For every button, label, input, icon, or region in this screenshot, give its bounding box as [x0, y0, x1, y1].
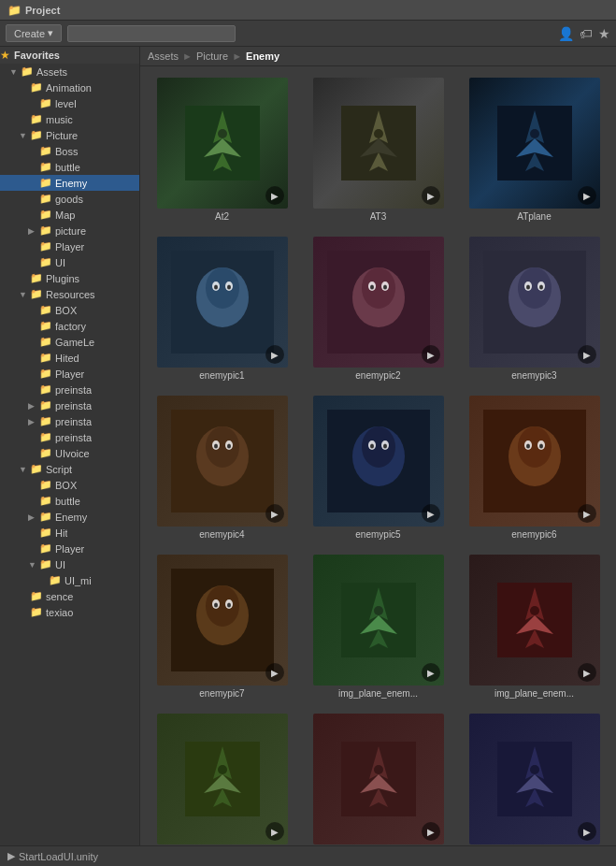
asset-item-atplane[interactable]: ▶ATplane	[460, 74, 609, 225]
breadcrumb-assets[interactable]: Assets	[148, 51, 179, 62]
asset-item-at3[interactable]: ▶AT3	[304, 74, 452, 225]
sidebar-item-player2[interactable]: 📁 Player	[0, 366, 139, 382]
asset-item-ep7[interactable]: ▶enemypic7	[148, 551, 296, 702]
tree-arrow-enemy2: ▶	[28, 512, 39, 522]
asset-item-plane3[interactable]: ▶img_plane_enem...	[148, 710, 296, 845]
asset-item-plane2[interactable]: ▶img_plane_enem...	[460, 551, 609, 702]
play-button-ep5[interactable]: ▶	[422, 504, 440, 523]
sidebar-item-box2[interactable]: 📁 BOX	[0, 477, 139, 493]
sidebar-item-resources[interactable]: ▼ 📁 Resources	[0, 286, 139, 302]
sidebar-item-animation[interactable]: 📁 Animation	[0, 79, 139, 95]
search-input[interactable]	[67, 25, 236, 42]
sidebar-item-script[interactable]: ▼ 📁 Script	[0, 461, 139, 477]
sidebar-label-goods: goods	[55, 194, 83, 205]
play-button-atplane[interactable]: ▶	[578, 186, 596, 205]
sidebar-item-preinsta2[interactable]: ▶ 📁 preinsta	[0, 397, 139, 413]
svg-point-42	[227, 444, 231, 449]
sidebar-item-uivoice[interactable]: 📁 UIvoice	[0, 445, 139, 461]
play-scene-icon[interactable]: ▶	[7, 850, 15, 862]
asset-name-ep3: enemypic3	[511, 370, 556, 381]
tag-icon[interactable]: 🏷	[580, 26, 593, 41]
folder-icon-player3: 📁	[39, 542, 52, 555]
favorites-star-icon: ★	[0, 49, 10, 62]
sidebar-label-uimi: UI_mi	[64, 575, 92, 586]
tree-arrow-picture: ▼	[19, 131, 30, 140]
breadcrumb-picture[interactable]: Picture	[196, 51, 228, 62]
asset-item-plane5[interactable]: ▶img_plane_ene...	[460, 710, 609, 845]
play-button-at2[interactable]: ▶	[265, 186, 284, 205]
sidebar-item-preinsta4[interactable]: 📁 preinsta	[0, 429, 139, 445]
sidebar-item-plugins[interactable]: 📁 Plugins	[0, 270, 139, 286]
breadcrumb-enemy[interactable]: Enemy	[246, 51, 279, 62]
create-button[interactable]: Create ▾	[6, 24, 62, 42]
play-button-ep2[interactable]: ▶	[422, 345, 440, 364]
sidebar-item-preinsta3[interactable]: ▶ 📁 preinsta	[0, 413, 139, 429]
asset-name-ep5: enemypic5	[355, 529, 400, 540]
sidebar-label-preinsta1: preinsta	[55, 384, 92, 396]
play-button-plane1[interactable]: ▶	[422, 663, 440, 682]
sidebar-item-picture2[interactable]: ▶ 📁 picture	[0, 223, 139, 238]
sidebar-item-gamele[interactable]: 📁 GameLe	[0, 334, 139, 350]
asset-item-ep4[interactable]: ▶enemypic4	[148, 392, 296, 543]
tree-arrow-preinsta3: ▶	[28, 417, 39, 426]
sidebar-item-boss[interactable]: 📁 Boss	[0, 143, 139, 159]
asset-item-at2[interactable]: ▶At2	[148, 74, 296, 225]
folder-icon-assets: 📁	[21, 65, 34, 78]
play-button-at3[interactable]: ▶	[422, 186, 440, 205]
sidebar-item-music[interactable]: 📁 music	[0, 111, 139, 127]
sidebar-item-buttle[interactable]: 📁 buttle	[0, 159, 139, 175]
sidebar-item-goods[interactable]: 📁 goods	[0, 191, 139, 207]
play-button-plane4[interactable]: ▶	[422, 822, 440, 841]
play-button-plane3[interactable]: ▶	[265, 822, 284, 841]
project-icon: 📁	[7, 4, 21, 17]
sidebar-item-texiao[interactable]: 📁 texiao	[0, 604, 139, 620]
asset-item-plane4[interactable]: ▶img_plane_enem...	[304, 710, 452, 845]
svg-point-63	[227, 603, 231, 608]
person-icon[interactable]: 👤	[558, 26, 574, 41]
sidebar-item-buttle2[interactable]: 📁 buttle	[0, 493, 139, 509]
sidebar-item-enemy2[interactable]: ▶ 📁 Enemy	[0, 509, 139, 525]
sidebar-item-hited[interactable]: 📁 Hited	[0, 350, 139, 366]
svg-point-88	[530, 765, 539, 774]
asset-thumb-plane3: ▶	[157, 714, 288, 844]
sidebar-item-player[interactable]: 📁 Player	[0, 238, 139, 254]
folder-icon-player: 📁	[39, 240, 52, 253]
asset-item-ep2[interactable]: ▶enemypic2	[304, 233, 452, 384]
folder-icon-enemy: 📁	[39, 177, 52, 189]
sidebar-item-assets[interactable]: ▼ 📁 Assets	[0, 64, 139, 79]
sidebar-item-box[interactable]: 📁 BOX	[0, 302, 139, 318]
bottom-bar: ▶ StartLoadUI.unity	[0, 845, 616, 866]
asset-item-ep6[interactable]: ▶enemypic6	[460, 392, 609, 543]
play-button-ep1[interactable]: ▶	[265, 345, 284, 364]
sidebar-item-hit[interactable]: 📁 Hit	[0, 525, 139, 541]
favorites-section[interactable]: ★ Favorites	[0, 47, 139, 64]
play-button-ep7[interactable]: ▶	[265, 663, 284, 682]
folder-icon-buttle: 📁	[39, 161, 52, 173]
sidebar-item-preinsta1[interactable]: 📁 preinsta	[0, 382, 139, 397]
svg-point-38	[206, 426, 239, 468]
sidebar-item-map[interactable]: 📁 Map	[0, 207, 139, 223]
sidebar-item-picture[interactable]: ▼ 📁 Picture	[0, 127, 139, 143]
sidebar-item-sence[interactable]: 📁 sence	[0, 588, 139, 604]
folder-icon-music: 📁	[30, 113, 43, 125]
sidebar-item-ui2[interactable]: ▼ 📁 UI	[0, 556, 139, 572]
folder-icon-ui: 📁	[39, 256, 52, 268]
asset-thumb-ep4: ▶	[157, 396, 288, 527]
play-button-plane5[interactable]: ▶	[578, 822, 596, 841]
sidebar-item-level[interactable]: 📁 level	[0, 95, 139, 111]
play-button-plane2[interactable]: ▶	[578, 663, 596, 682]
sidebar-label-player3: Player	[55, 543, 84, 555]
sidebar-item-player3[interactable]: 📁 Player	[0, 541, 139, 556]
asset-item-ep1[interactable]: ▶enemypic1	[148, 233, 296, 384]
sidebar-item-ui[interactable]: 📁 UI	[0, 254, 139, 270]
play-button-ep6[interactable]: ▶	[578, 504, 596, 523]
sidebar-item-enemy[interactable]: 📁 Enemy	[0, 175, 139, 191]
asset-item-plane1[interactable]: ▶img_plane_enem...	[304, 551, 452, 702]
asset-item-ep5[interactable]: ▶enemypic5	[304, 392, 452, 543]
play-button-ep3[interactable]: ▶	[578, 345, 596, 364]
sidebar-item-uimi[interactable]: 📁 UI_mi	[0, 572, 139, 588]
asset-item-ep3[interactable]: ▶enemypic3	[460, 233, 609, 384]
sidebar-item-factory[interactable]: 📁 factory	[0, 318, 139, 334]
star-toolbar-icon[interactable]: ★	[598, 26, 610, 41]
play-button-ep4[interactable]: ▶	[265, 504, 284, 523]
